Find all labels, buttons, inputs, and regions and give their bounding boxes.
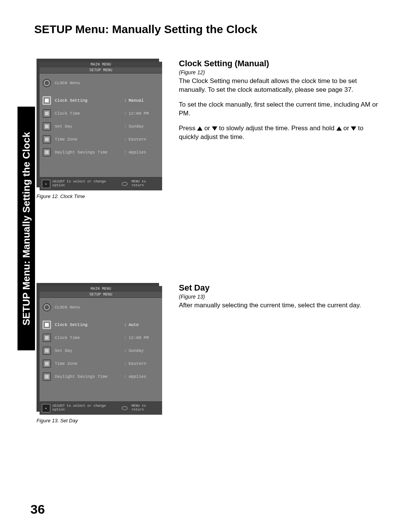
osd-time-zone-label[interactable]: Time Zone bbox=[55, 137, 124, 142]
section1-p3: Press or to slowly adjust the time. Pres… bbox=[179, 124, 381, 142]
down-arrow-icon bbox=[351, 126, 356, 131]
osd-clock-setting-value: Manual bbox=[129, 98, 159, 103]
page-number: 36 bbox=[30, 502, 45, 517]
menu-item-icon bbox=[43, 122, 51, 131]
side-tab-label: SETUP Menu: Manually Setting the Clock bbox=[21, 132, 32, 325]
menu-item-icon bbox=[43, 96, 51, 105]
side-tab: SETUP Menu: Manually Setting the Clock bbox=[18, 107, 35, 350]
up-arrow-icon bbox=[197, 126, 202, 131]
osd-clock-setting-value: Auto bbox=[129, 323, 159, 327]
osd-set-day-label[interactable]: Set Day bbox=[55, 124, 124, 129]
section1-p1: The Clock Setting menu default allows th… bbox=[179, 77, 381, 94]
osd-setup-menu: SETUP MENU bbox=[40, 67, 162, 73]
section-clock-setting-figref: (Figure 12) bbox=[179, 69, 381, 75]
section-set-day-heading: Set Day bbox=[179, 283, 381, 293]
menu-button-icon bbox=[122, 406, 128, 410]
osd-clock-menu-label: CLOCK menu bbox=[55, 305, 159, 310]
osd-main-menu: MAIN MENU bbox=[40, 286, 162, 292]
osd-set-day-label[interactable]: Set Day bbox=[55, 348, 124, 353]
menu-item-icon bbox=[43, 321, 51, 329]
menu-item-icon bbox=[43, 347, 51, 355]
down-arrow-icon bbox=[212, 126, 217, 131]
clock-icon bbox=[43, 79, 51, 87]
osd-time-zone-value: Eastern bbox=[129, 361, 159, 366]
osd-dst-label[interactable]: Daylight Savings Time bbox=[55, 374, 124, 379]
menu-item-icon bbox=[43, 334, 51, 342]
osd-clock-menu-label: CLOCK menu bbox=[55, 81, 159, 85]
figure-12-caption: Figure 12. Clock Time bbox=[37, 193, 166, 199]
osd-clock-time-label[interactable]: Clock Time bbox=[55, 335, 124, 340]
section1-p2: To set the clock manually, first select … bbox=[179, 101, 381, 118]
menu-item-icon bbox=[43, 372, 51, 381]
page-title: SETUP Menu: Manually Setting the Clock bbox=[34, 23, 388, 36]
osd-setup-menu: SETUP MENU bbox=[40, 292, 162, 298]
osd-hint-menu: MENU to return bbox=[131, 180, 160, 188]
menu-item-icon bbox=[43, 135, 51, 144]
osd-main-menu: MAIN MENU bbox=[40, 62, 162, 67]
osd-clock-time-value: 12:00 PM bbox=[129, 335, 159, 340]
osd-clock-time-label[interactable]: Clock Time bbox=[55, 111, 124, 116]
osd-clock-setting-label[interactable]: Clock Setting bbox=[55, 323, 124, 327]
osd-clock-time-value: 12:00 PM bbox=[129, 111, 159, 116]
section-clock-setting-heading: Clock Setting (Manual) bbox=[179, 59, 381, 69]
osd-time-zone-label[interactable]: Time Zone bbox=[55, 361, 124, 366]
osd-hint-adjust: ADJUST to select or change option bbox=[53, 404, 119, 412]
osd-time-zone-value: Eastern bbox=[129, 137, 159, 142]
figure-13-caption: Figure 13. Set Day bbox=[37, 418, 166, 423]
osd-hint-menu: MENU to return bbox=[131, 404, 160, 412]
osd-dst-value: Applies bbox=[129, 150, 159, 155]
osd-clock-setting-label[interactable]: Clock Setting bbox=[55, 98, 124, 103]
adjust-icon: ✦ bbox=[42, 404, 50, 412]
osd-dst-label[interactable]: Daylight Savings Time bbox=[55, 150, 124, 155]
osd-set-day-value: Sunday bbox=[129, 348, 159, 353]
osd-dst-value: Applies bbox=[129, 374, 159, 379]
menu-item-icon bbox=[43, 109, 51, 118]
menu-button-icon bbox=[122, 182, 128, 186]
up-arrow-icon bbox=[336, 126, 342, 131]
osd-set-day-value: Sunday bbox=[129, 124, 159, 129]
section-set-day-figref: (Figure 13) bbox=[179, 294, 381, 300]
figure-13-osd: MAIN MENU SETUP MENU CLOCK menu Clock Se… bbox=[37, 283, 162, 415]
menu-item-icon bbox=[43, 359, 51, 368]
adjust-icon: ✦ bbox=[42, 180, 50, 188]
section2-p1: After manually selecting the current tim… bbox=[179, 301, 381, 310]
figure-12-osd: MAIN MENU SETUP MENU CLOCK menu Clock Se… bbox=[37, 59, 162, 190]
menu-item-icon bbox=[43, 148, 51, 157]
osd-hint-adjust: ADJUST to select or change option bbox=[53, 180, 119, 188]
clock-icon bbox=[43, 303, 51, 312]
